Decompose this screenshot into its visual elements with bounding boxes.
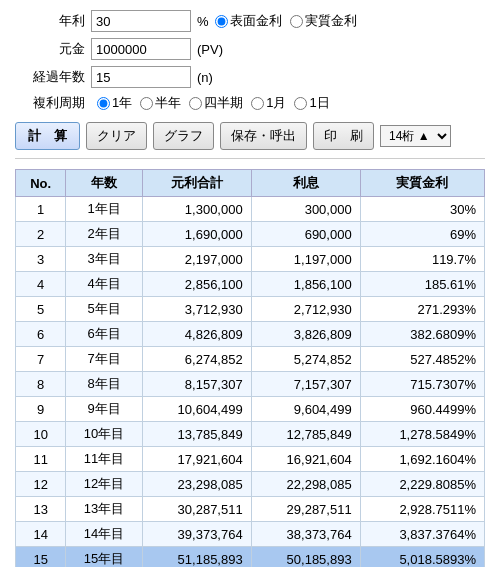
principal-input[interactable] <box>91 38 191 60</box>
col-header-year: 年数 <box>66 170 142 197</box>
period-1m-option[interactable]: 1月 <box>251 94 286 112</box>
interest-type-group: 表面金利 実質金利 <box>215 12 357 30</box>
table-cell: 13,785,849 <box>142 422 251 447</box>
table-cell: 2 <box>16 222 66 247</box>
period-1d-label: 1日 <box>309 94 329 112</box>
period-quarter-label: 四半期 <box>204 94 243 112</box>
table-cell: 6 <box>16 322 66 347</box>
table-cell: 9 <box>16 397 66 422</box>
table-cell: 11 <box>16 447 66 472</box>
table-cell: 1,690,000 <box>142 222 251 247</box>
table-row: 77年目6,274,8525,274,852527.4852% <box>16 347 485 372</box>
table-cell: 119.7% <box>360 247 484 272</box>
print-button[interactable]: 印 刷 <box>313 122 374 150</box>
principal-label: 元金 <box>15 40 85 58</box>
table-cell: 14 <box>16 522 66 547</box>
real-rate-label: 実質金利 <box>305 12 357 30</box>
table-cell: 69% <box>360 222 484 247</box>
table-cell: 2,229.8085% <box>360 472 484 497</box>
years-label: 経過年数 <box>15 68 85 86</box>
principal-unit: (PV) <box>197 42 223 57</box>
results-table: No. 年数 元利合計 利息 実質金利 11年目1,300,000300,000… <box>15 169 485 567</box>
table-row: 55年目3,712,9302,712,930271.293% <box>16 297 485 322</box>
table-cell: 3,837.3764% <box>360 522 484 547</box>
table-cell: 10 <box>16 422 66 447</box>
table-cell: 5 <box>16 297 66 322</box>
table-cell: 715.7307% <box>360 372 484 397</box>
table-cell: 382.6809% <box>360 322 484 347</box>
interest-rate-input[interactable] <box>91 10 191 32</box>
table-cell: 1,856,100 <box>251 272 360 297</box>
table-cell: 30% <box>360 197 484 222</box>
table-cell: 3年目 <box>66 247 142 272</box>
clear-button[interactable]: クリア <box>86 122 147 150</box>
table-cell: 3 <box>16 247 66 272</box>
table-row: 22年目1,690,000690,00069% <box>16 222 485 247</box>
digits-select[interactable]: 14桁 ▲ <box>380 125 451 147</box>
table-cell: 13年目 <box>66 497 142 522</box>
period-1d-option[interactable]: 1日 <box>294 94 329 112</box>
principal-row: 元金 (PV) <box>15 38 485 60</box>
interest-rate-label: 年利 <box>15 12 85 30</box>
table-cell: 17,921,604 <box>142 447 251 472</box>
table-cell: 1,278.5849% <box>360 422 484 447</box>
period-1y-option[interactable]: 1年 <box>97 94 132 112</box>
years-input[interactable] <box>91 66 191 88</box>
table-cell: 22,298,085 <box>251 472 360 497</box>
table-row: 1313年目30,287,51129,287,5112,928.7511% <box>16 497 485 522</box>
table-cell: 527.4852% <box>360 347 484 372</box>
table-row: 99年目10,604,4999,604,499960.4499% <box>16 397 485 422</box>
table-row: 88年目8,157,3077,157,307715.7307% <box>16 372 485 397</box>
table-cell: 3,712,930 <box>142 297 251 322</box>
table-cell: 5,018.5893% <box>360 547 484 568</box>
table-row: 1010年目13,785,84912,785,8491,278.5849% <box>16 422 485 447</box>
table-cell: 4,826,809 <box>142 322 251 347</box>
period-label: 複利周期 <box>15 94 85 112</box>
graph-button[interactable]: グラフ <box>153 122 214 150</box>
table-cell: 51,185,893 <box>142 547 251 568</box>
table-cell: 3,826,809 <box>251 322 360 347</box>
table-cell: 12年目 <box>66 472 142 497</box>
table-cell: 1,300,000 <box>142 197 251 222</box>
interest-rate-row: 年利 % 表面金利 実質金利 <box>15 10 485 32</box>
table-row: 33年目2,197,0001,197,000119.7% <box>16 247 485 272</box>
period-half-label: 半年 <box>155 94 181 112</box>
table-cell: 300,000 <box>251 197 360 222</box>
table-cell: 11年目 <box>66 447 142 472</box>
table-cell: 2,712,930 <box>251 297 360 322</box>
period-group: 1年 半年 四半期 1月 1日 <box>97 94 330 112</box>
table-cell: 8年目 <box>66 372 142 397</box>
table-cell: 9,604,499 <box>251 397 360 422</box>
results-table-container: No. 年数 元利合計 利息 実質金利 11年目1,300,000300,000… <box>15 169 485 567</box>
table-cell: 8,157,307 <box>142 372 251 397</box>
table-cell: 6,274,852 <box>142 347 251 372</box>
table-row: 1111年目17,921,60416,921,6041,692.1604% <box>16 447 485 472</box>
real-rate-option[interactable]: 実質金利 <box>290 12 357 30</box>
table-cell: 8 <box>16 372 66 397</box>
table-cell: 2,856,100 <box>142 272 251 297</box>
form-section: 年利 % 表面金利 実質金利 元金 (PV) 経過年数 (n) 複利周期 1年 <box>15 10 485 112</box>
save-button[interactable]: 保存・呼出 <box>220 122 307 150</box>
period-quarter-option[interactable]: 四半期 <box>189 94 243 112</box>
table-cell: 2年目 <box>66 222 142 247</box>
table-cell: 14年目 <box>66 522 142 547</box>
table-cell: 38,373,764 <box>251 522 360 547</box>
period-1y-label: 1年 <box>112 94 132 112</box>
table-row: 11年目1,300,000300,00030% <box>16 197 485 222</box>
period-half-option[interactable]: 半年 <box>140 94 181 112</box>
table-cell: 690,000 <box>251 222 360 247</box>
table-cell: 2,928.7511% <box>360 497 484 522</box>
table-header-row: No. 年数 元利合計 利息 実質金利 <box>16 170 485 197</box>
table-cell: 271.293% <box>360 297 484 322</box>
table-cell: 15 <box>16 547 66 568</box>
period-row: 複利周期 1年 半年 四半期 1月 1日 <box>15 94 485 112</box>
period-1m-label: 1月 <box>266 94 286 112</box>
col-header-interest: 利息 <box>251 170 360 197</box>
table-cell: 5年目 <box>66 297 142 322</box>
table-cell: 50,185,893 <box>251 547 360 568</box>
calc-button[interactable]: 計 算 <box>15 122 80 150</box>
surface-rate-option[interactable]: 表面金利 <box>215 12 282 30</box>
table-cell: 7,157,307 <box>251 372 360 397</box>
table-cell: 13 <box>16 497 66 522</box>
table-cell: 12 <box>16 472 66 497</box>
